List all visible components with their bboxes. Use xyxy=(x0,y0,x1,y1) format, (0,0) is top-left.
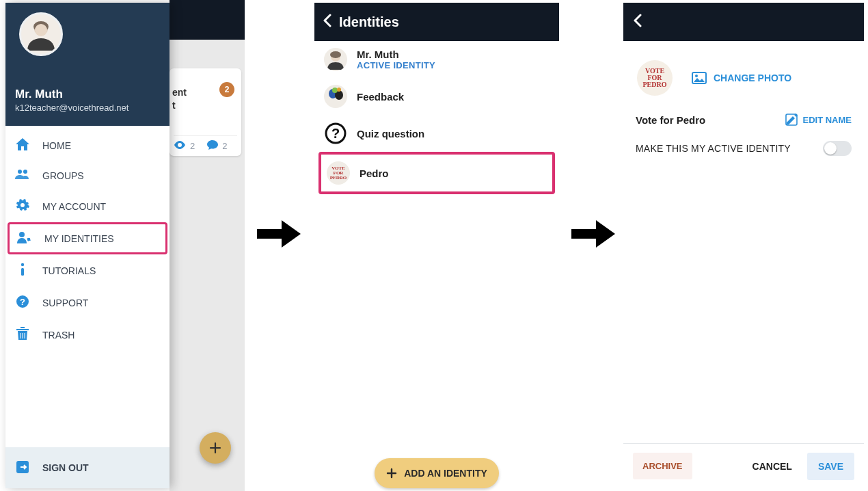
panel-identities-list: Identities Mr. Muth ACTIVE IDENTITY Feed… xyxy=(314,3,559,488)
make-active-toggle[interactable] xyxy=(823,141,852,156)
svg-rect-14 xyxy=(21,268,24,276)
back-chevron-icon[interactable] xyxy=(633,14,642,30)
identity-row[interactable]: Feedback xyxy=(314,78,559,115)
avatar[interactable] xyxy=(19,12,63,56)
svg-point-22 xyxy=(330,51,341,58)
nav-drawer: Mr. Muth k12teacher@voicethread.net HOME… xyxy=(5,3,169,488)
identities-icon xyxy=(17,231,32,246)
comments-count: 2 xyxy=(222,141,227,151)
identity-subtitle: ACTIVE IDENTITY xyxy=(357,60,435,70)
add-identity-label: ADD AN IDENTITY xyxy=(404,468,487,479)
menu-trash-label: TRASH xyxy=(42,330,74,341)
info-icon xyxy=(15,263,30,278)
identity-name: Pedro xyxy=(360,168,389,179)
identity-name: Feedback xyxy=(357,91,404,103)
menu-signout-label: SIGN OUT xyxy=(42,462,89,473)
comments-icon xyxy=(207,140,218,152)
flow-arrow-icon xyxy=(571,219,615,249)
menu-signout[interactable]: SIGN OUT xyxy=(5,447,169,488)
change-photo-label: CHANGE PHOTO xyxy=(714,72,791,83)
fab-add[interactable] xyxy=(200,432,231,464)
archive-button[interactable]: ARCHIVE xyxy=(633,453,692,479)
cancel-button[interactable]: CANCEL xyxy=(743,453,802,480)
card-badge: 2 xyxy=(219,82,234,97)
identities-header: Identities xyxy=(314,3,559,41)
change-photo-button[interactable]: CHANGE PHOTO xyxy=(692,72,791,84)
menu-home-label: HOME xyxy=(42,140,71,151)
menu-trash[interactable]: TRASH xyxy=(5,319,169,351)
drawer-header: Mr. Muth k12teacher@voicethread.net xyxy=(5,3,169,126)
views-count: 2 xyxy=(190,141,195,151)
identities-title: Identities xyxy=(339,14,399,30)
svg-point-8 xyxy=(35,24,47,36)
identity-name: Quiz question xyxy=(357,128,424,140)
menu-groups[interactable]: GROUPS xyxy=(5,161,169,190)
identity-avatar[interactable]: VOTEFORPEDRO xyxy=(637,60,673,96)
menu-account[interactable]: MY ACCOUNT xyxy=(5,190,169,222)
groups-icon xyxy=(15,169,30,182)
edit-footer: ARCHIVE CANCEL SAVE xyxy=(623,443,864,488)
add-identity-button[interactable]: ADD AN IDENTITY xyxy=(375,458,499,488)
flow-arrow-icon xyxy=(257,219,301,249)
menu-tutorials-label: TUTORIALS xyxy=(42,265,96,276)
home-icon xyxy=(15,138,30,152)
image-icon xyxy=(692,72,707,84)
identity-row-pedro[interactable]: VOTEFORPEDRO Pedro xyxy=(318,152,555,194)
avatar xyxy=(324,48,347,71)
panel-drawer-screen: 2 entt 2 2 2 Mr. Muth k12teacher@vo xyxy=(0,0,245,491)
views-icon xyxy=(174,141,186,151)
edit-name-button[interactable]: EDIT NAME xyxy=(785,114,852,126)
svg-text:?: ? xyxy=(331,126,340,141)
svg-point-10 xyxy=(23,170,27,174)
menu-groups-label: GROUPS xyxy=(42,170,84,181)
identity-row-active[interactable]: Mr. Muth ACTIVE IDENTITY xyxy=(314,41,559,78)
avatar: VOTEFORPEDRO xyxy=(327,161,350,185)
make-active-label: MAKE THIS MY ACTIVE IDENTITY xyxy=(636,143,791,154)
svg-point-11 xyxy=(19,232,25,237)
signout-icon xyxy=(15,460,30,476)
trash-icon xyxy=(15,327,30,343)
help-icon: ? xyxy=(15,295,30,310)
svg-point-9 xyxy=(18,170,22,174)
identity-row[interactable]: ? Quiz question xyxy=(314,115,559,152)
avatar xyxy=(324,85,347,108)
gear-icon xyxy=(15,198,30,214)
content-card[interactable]: entt 2 2 2 xyxy=(169,68,241,156)
pencil-icon xyxy=(785,114,798,126)
menu-support-label: SUPPORT xyxy=(42,297,88,308)
drawer-email: k12teacher@voicethread.net xyxy=(15,103,160,113)
card-title-fragment: entt xyxy=(172,86,187,112)
menu-identities-label: MY IDENTITIES xyxy=(44,233,114,244)
identity-name-display: Vote for Pedro xyxy=(636,114,705,126)
svg-point-25 xyxy=(332,88,338,93)
card-stats: 2 2 xyxy=(174,135,237,152)
menu-home[interactable]: HOME xyxy=(5,130,169,161)
edit-body: VOTEFORPEDRO CHANGE PHOTO Vote for Pedro… xyxy=(623,41,864,156)
menu-identities[interactable]: MY IDENTITIES xyxy=(8,222,167,254)
menu-support[interactable]: ? SUPPORT xyxy=(5,287,169,319)
drawer-menu: HOME GROUPS MY ACCOUNT MY IDENTITIES xyxy=(5,126,169,351)
save-button[interactable]: SAVE xyxy=(807,453,854,480)
identity-name: Mr. Muth xyxy=(357,49,435,60)
svg-point-26 xyxy=(337,88,341,92)
svg-point-32 xyxy=(695,75,698,77)
panel-identity-edit: VOTEFORPEDRO CHANGE PHOTO Vote for Pedro… xyxy=(623,3,864,488)
svg-point-13 xyxy=(21,263,24,266)
edit-name-label: EDIT NAME xyxy=(803,115,852,125)
drawer-username: Mr. Muth xyxy=(15,88,160,101)
bg-topbar: 2 xyxy=(169,0,245,40)
plus-icon xyxy=(386,468,397,479)
question-icon: ? xyxy=(324,122,347,145)
svg-text:?: ? xyxy=(20,297,25,307)
menu-tutorials[interactable]: TUTORIALS xyxy=(5,254,169,287)
menu-account-label: MY ACCOUNT xyxy=(42,201,106,212)
edit-header xyxy=(623,3,864,41)
back-chevron-icon[interactable] xyxy=(323,14,332,31)
